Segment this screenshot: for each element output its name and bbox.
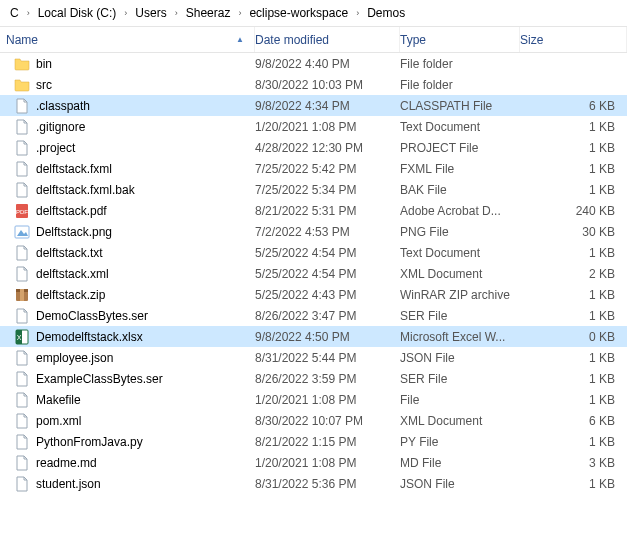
file-row[interactable]: delftstack.zip5/25/2022 4:43 PMWinRAR ZI… <box>0 284 627 305</box>
file-icon <box>14 182 30 198</box>
file-size: 1 KB <box>520 393 627 407</box>
file-name: DemoClassBytes.ser <box>36 309 148 323</box>
column-header-name[interactable]: Name ▲ <box>0 27 255 52</box>
file-date: 8/26/2022 3:59 PM <box>255 372 400 386</box>
file-date: 1/20/2021 1:08 PM <box>255 393 400 407</box>
breadcrumb-segment[interactable]: Demos <box>363 4 409 22</box>
file-size: 1 KB <box>520 351 627 365</box>
file-name: delftstack.fxml <box>36 162 112 176</box>
chevron-right-icon: › <box>238 8 241 18</box>
image-icon <box>14 224 30 240</box>
svg-text:X: X <box>17 334 22 341</box>
file-name: .classpath <box>36 99 90 113</box>
file-name: bin <box>36 57 52 71</box>
file-row[interactable]: .project4/28/2022 12:30 PMPROJECT File1 … <box>0 137 627 158</box>
file-type: PY File <box>400 435 520 449</box>
file-date: 8/30/2022 10:03 PM <box>255 78 400 92</box>
file-date: 8/31/2022 5:44 PM <box>255 351 400 365</box>
file-date: 1/20/2021 1:08 PM <box>255 120 400 134</box>
file-size: 1 KB <box>520 246 627 260</box>
file-row[interactable]: ExampleClassBytes.ser8/26/2022 3:59 PMSE… <box>0 368 627 389</box>
file-type: CLASSPATH File <box>400 99 520 113</box>
file-type: PROJECT File <box>400 141 520 155</box>
file-date: 5/25/2022 4:54 PM <box>255 267 400 281</box>
chevron-right-icon: › <box>27 8 30 18</box>
file-row[interactable]: XDemodelftstack.xlsx9/8/2022 4:50 PMMicr… <box>0 326 627 347</box>
breadcrumb-segment[interactable]: C <box>6 4 23 22</box>
column-header-date[interactable]: Date modified <box>255 27 400 52</box>
file-size: 6 KB <box>520 414 627 428</box>
file-size: 3 KB <box>520 456 627 470</box>
file-name: Demodelftstack.xlsx <box>36 330 143 344</box>
file-list: bin9/8/2022 4:40 PMFile foldersrc8/30/20… <box>0 53 627 494</box>
file-name: delftstack.fxml.bak <box>36 183 135 197</box>
file-type: JSON File <box>400 477 520 491</box>
file-date: 7/25/2022 5:42 PM <box>255 162 400 176</box>
file-name: Makefile <box>36 393 81 407</box>
file-row[interactable]: DemoClassBytes.ser8/26/2022 3:47 PMSER F… <box>0 305 627 326</box>
file-row[interactable]: PythonFromJava.py8/21/2022 1:15 PMPY Fil… <box>0 431 627 452</box>
file-type: Text Document <box>400 246 520 260</box>
breadcrumb-segment[interactable]: Sheeraz <box>182 4 235 22</box>
sort-caret-icon: ▲ <box>236 35 244 44</box>
file-size: 1 KB <box>520 183 627 197</box>
file-row[interactable]: readme.md1/20/2021 1:08 PMMD File3 KB <box>0 452 627 473</box>
column-headers: Name ▲ Date modified Type Size <box>0 27 627 53</box>
file-row[interactable]: delftstack.xml5/25/2022 4:54 PMXML Docum… <box>0 263 627 284</box>
breadcrumb-segment[interactable]: eclipse-workspace <box>245 4 352 22</box>
file-icon <box>14 434 30 450</box>
file-icon <box>14 413 30 429</box>
file-size: 1 KB <box>520 435 627 449</box>
file-row[interactable]: delftstack.txt5/25/2022 4:54 PMText Docu… <box>0 242 627 263</box>
column-header-type[interactable]: Type <box>400 27 520 52</box>
file-type: FXML File <box>400 162 520 176</box>
file-row[interactable]: bin9/8/2022 4:40 PMFile folder <box>0 53 627 74</box>
file-icon <box>14 161 30 177</box>
file-date: 5/25/2022 4:54 PM <box>255 246 400 260</box>
file-type: WinRAR ZIP archive <box>400 288 520 302</box>
file-name: pom.xml <box>36 414 81 428</box>
file-row[interactable]: Makefile1/20/2021 1:08 PMFile1 KB <box>0 389 627 410</box>
folder-icon <box>14 77 30 93</box>
file-size: 1 KB <box>520 372 627 386</box>
file-name: delftstack.txt <box>36 246 103 260</box>
file-icon <box>14 476 30 492</box>
file-name: readme.md <box>36 456 97 470</box>
chevron-right-icon: › <box>175 8 178 18</box>
breadcrumb-segment[interactable]: Local Disk (C:) <box>34 4 121 22</box>
file-row[interactable]: employee.json8/31/2022 5:44 PMJSON File1… <box>0 347 627 368</box>
breadcrumb-segment[interactable]: Users <box>131 4 170 22</box>
file-type: MD File <box>400 456 520 470</box>
file-type: SER File <box>400 372 520 386</box>
file-row[interactable]: .classpath9/8/2022 4:34 PMCLASSPATH File… <box>0 95 627 116</box>
file-size: 30 KB <box>520 225 627 239</box>
file-name: ExampleClassBytes.ser <box>36 372 163 386</box>
file-icon <box>14 245 30 261</box>
file-date: 8/31/2022 5:36 PM <box>255 477 400 491</box>
file-icon <box>14 455 30 471</box>
file-size: 2 KB <box>520 267 627 281</box>
file-row[interactable]: Delftstack.png7/2/2022 4:53 PMPNG File30… <box>0 221 627 242</box>
file-date: 9/8/2022 4:40 PM <box>255 57 400 71</box>
column-header-size[interactable]: Size <box>520 27 627 52</box>
file-date: 5/25/2022 4:43 PM <box>255 288 400 302</box>
file-row[interactable]: PDFdelftstack.pdf8/21/2022 5:31 PMAdobe … <box>0 200 627 221</box>
file-type: Microsoft Excel W... <box>400 330 520 344</box>
file-row[interactable]: delftstack.fxml.bak7/25/2022 5:34 PMBAK … <box>0 179 627 200</box>
file-name: delftstack.xml <box>36 267 109 281</box>
file-type: PNG File <box>400 225 520 239</box>
file-row[interactable]: student.json8/31/2022 5:36 PMJSON File1 … <box>0 473 627 494</box>
file-date: 9/8/2022 4:50 PM <box>255 330 400 344</box>
breadcrumb[interactable]: C›Local Disk (C:)›Users›Sheeraz›eclipse-… <box>0 0 627 27</box>
file-type: File <box>400 393 520 407</box>
file-size: 1 KB <box>520 477 627 491</box>
file-row[interactable]: src8/30/2022 10:03 PMFile folder <box>0 74 627 95</box>
file-row[interactable]: delftstack.fxml7/25/2022 5:42 PMFXML Fil… <box>0 158 627 179</box>
file-row[interactable]: pom.xml8/30/2022 10:07 PMXML Document6 K… <box>0 410 627 431</box>
chevron-right-icon: › <box>356 8 359 18</box>
excel-icon: X <box>14 329 30 345</box>
file-type: File folder <box>400 78 520 92</box>
file-size: 240 KB <box>520 204 627 218</box>
file-row[interactable]: .gitignore1/20/2021 1:08 PMText Document… <box>0 116 627 137</box>
file-date: 4/28/2022 12:30 PM <box>255 141 400 155</box>
